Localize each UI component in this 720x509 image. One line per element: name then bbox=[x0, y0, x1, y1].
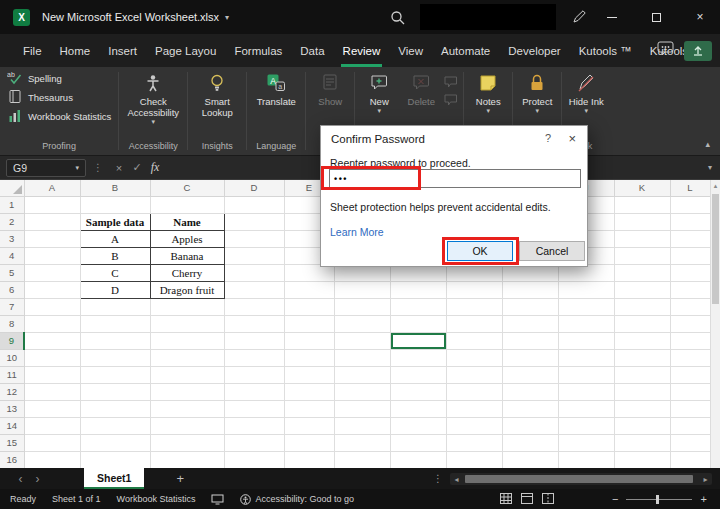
menu-tab-file[interactable]: File bbox=[14, 34, 51, 67]
cell-E9[interactable] bbox=[284, 332, 334, 349]
cell-I15[interactable] bbox=[502, 434, 558, 451]
cell-D11[interactable] bbox=[224, 366, 284, 383]
cell-C7[interactable] bbox=[150, 298, 224, 315]
cell-E11[interactable] bbox=[284, 366, 334, 383]
close-button[interactable]: × bbox=[680, 0, 720, 34]
cell-C12[interactable] bbox=[150, 383, 224, 400]
cell-L1[interactable] bbox=[670, 196, 710, 213]
row-header-15[interactable]: 15 bbox=[0, 434, 24, 451]
cell-I10[interactable] bbox=[502, 349, 558, 366]
cell-L12[interactable] bbox=[670, 383, 710, 400]
cell-F16[interactable] bbox=[334, 451, 390, 468]
cell-B8[interactable] bbox=[80, 315, 150, 332]
horizontal-scroll-track[interactable] bbox=[463, 475, 699, 483]
cell-E14[interactable] bbox=[284, 417, 334, 434]
cell-D16[interactable] bbox=[224, 451, 284, 468]
horizontal-scrollbar[interactable]: ◂ ▸ bbox=[450, 473, 712, 485]
cell-J9[interactable] bbox=[558, 332, 614, 349]
cell-B6[interactable]: D bbox=[80, 281, 150, 298]
cell-C15[interactable] bbox=[150, 434, 224, 451]
cell-B11[interactable] bbox=[80, 366, 150, 383]
next-sheet-icon[interactable]: › bbox=[29, 472, 46, 486]
cell-G7[interactable] bbox=[390, 298, 446, 315]
cell-A12[interactable] bbox=[24, 383, 80, 400]
cell-D9[interactable] bbox=[224, 332, 284, 349]
pen-icon[interactable] bbox=[572, 10, 586, 28]
display-settings-icon[interactable] bbox=[211, 494, 224, 505]
cell-E8[interactable] bbox=[284, 315, 334, 332]
cell-D7[interactable] bbox=[224, 298, 284, 315]
protect-button[interactable]: Protect ▾ bbox=[516, 69, 558, 114]
cell-D6[interactable] bbox=[224, 281, 284, 298]
previous-sheet-icon[interactable]: ‹ bbox=[12, 472, 29, 486]
cell-C13[interactable] bbox=[150, 400, 224, 417]
normal-view-icon[interactable] bbox=[500, 493, 512, 506]
status-workbook-statistics[interactable]: Workbook Statistics bbox=[117, 494, 196, 504]
cell-L2[interactable] bbox=[670, 213, 710, 230]
cell-D8[interactable] bbox=[224, 315, 284, 332]
workbook-statistics-button[interactable]: Workbook Statistics bbox=[3, 107, 115, 126]
status-sheet-info[interactable]: Sheet 1 of 1 bbox=[52, 494, 101, 504]
cell-K15[interactable] bbox=[614, 434, 670, 451]
minimize-button[interactable] bbox=[592, 0, 632, 34]
cell-D3[interactable] bbox=[224, 230, 284, 247]
cell-D2[interactable] bbox=[224, 213, 284, 230]
row-header-16[interactable]: 16 bbox=[0, 451, 24, 468]
dialog-help-icon[interactable]: ? bbox=[545, 132, 551, 144]
menu-tab-developer[interactable]: Developer bbox=[499, 34, 569, 67]
menu-tab-page-layou[interactable]: Page Layou bbox=[146, 34, 225, 67]
cell-H11[interactable] bbox=[446, 366, 502, 383]
cell-L6[interactable] bbox=[670, 281, 710, 298]
expand-formula-bar-icon[interactable]: ▾ bbox=[708, 163, 712, 172]
comments-bubble-icon[interactable] bbox=[657, 41, 674, 60]
cell-J12[interactable] bbox=[558, 383, 614, 400]
cell-A10[interactable] bbox=[24, 349, 80, 366]
row-header-7[interactable]: 7 bbox=[0, 298, 24, 315]
cell-K13[interactable] bbox=[614, 400, 670, 417]
cell-L13[interactable] bbox=[670, 400, 710, 417]
cell-H14[interactable] bbox=[446, 417, 502, 434]
new-comment-button[interactable]: New ▾ bbox=[358, 69, 400, 114]
cell-K9[interactable] bbox=[614, 332, 670, 349]
cell-L4[interactable] bbox=[670, 247, 710, 264]
thesaurus-button[interactable]: Thesaurus bbox=[3, 88, 77, 107]
cell-B12[interactable] bbox=[80, 383, 150, 400]
cell-C11[interactable] bbox=[150, 366, 224, 383]
cell-D10[interactable] bbox=[224, 349, 284, 366]
cell-K11[interactable] bbox=[614, 366, 670, 383]
cell-E16[interactable] bbox=[284, 451, 334, 468]
cell-I16[interactable] bbox=[502, 451, 558, 468]
sheet-tab-sheet1[interactable]: Sheet1 bbox=[84, 468, 144, 489]
cell-B7[interactable] bbox=[80, 298, 150, 315]
cell-C10[interactable] bbox=[150, 349, 224, 366]
cell-F9[interactable] bbox=[334, 332, 390, 349]
maximize-button[interactable] bbox=[636, 0, 676, 34]
cell-B10[interactable] bbox=[80, 349, 150, 366]
row-header-5[interactable]: 5 bbox=[0, 264, 24, 281]
vertical-scroll-thumb[interactable] bbox=[712, 194, 719, 304]
cell-F12[interactable] bbox=[334, 383, 390, 400]
cell-I9[interactable] bbox=[502, 332, 558, 349]
cell-F13[interactable] bbox=[334, 400, 390, 417]
vertical-scrollbar[interactable]: ▴ bbox=[710, 180, 720, 468]
cell-L16[interactable] bbox=[670, 451, 710, 468]
cell-H9[interactable] bbox=[446, 332, 502, 349]
menu-tab-formulas[interactable]: Formulas bbox=[225, 34, 291, 67]
cell-C1[interactable] bbox=[150, 196, 224, 213]
spelling-button[interactable]: ab Spelling bbox=[3, 69, 66, 88]
cell-A4[interactable] bbox=[24, 247, 80, 264]
zoom-slider[interactable] bbox=[626, 499, 692, 500]
cell-G12[interactable] bbox=[390, 383, 446, 400]
hide-ink-button[interactable]: Hide Ink ▾ bbox=[565, 69, 607, 114]
cell-F10[interactable] bbox=[334, 349, 390, 366]
cell-A13[interactable] bbox=[24, 400, 80, 417]
column-header-A[interactable]: A bbox=[24, 180, 80, 196]
cell-E13[interactable] bbox=[284, 400, 334, 417]
cell-H13[interactable] bbox=[446, 400, 502, 417]
cell-C5[interactable]: Cherry bbox=[150, 264, 224, 281]
cell-G8[interactable] bbox=[390, 315, 446, 332]
cell-J13[interactable] bbox=[558, 400, 614, 417]
column-header-C[interactable]: C bbox=[150, 180, 224, 196]
page-break-view-icon[interactable] bbox=[542, 493, 554, 506]
cell-C16[interactable] bbox=[150, 451, 224, 468]
